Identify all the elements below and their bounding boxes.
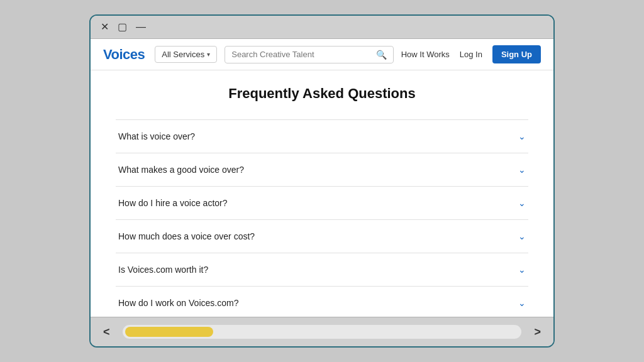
chevron-down-icon-5: ⌄	[518, 265, 526, 275]
faq-item-1[interactable]: What is voice over? ⌄	[116, 119, 528, 153]
chevron-down-icon: ▾	[207, 51, 210, 58]
navbar: Voices All Services ▾ 🔍 How It Works Log…	[91, 39, 553, 70]
faq-question-1: What is voice over?	[118, 131, 195, 141]
how-it-works-link[interactable]: How It Works	[401, 50, 450, 59]
faq-item-6[interactable]: How do I work on Voices.com? ⌄	[116, 286, 528, 317]
chevron-down-icon-2: ⌄	[518, 165, 526, 175]
chevron-down-icon-1: ⌄	[518, 131, 526, 141]
browser-window: ✕ ▢ — Voices All Services ▾ 🔍 How It Wor…	[89, 14, 555, 348]
all-services-button[interactable]: All Services ▾	[155, 46, 217, 63]
maximize-button[interactable]: ▢	[118, 22, 127, 32]
nav-links: How It Works Log In Sign Up	[401, 45, 541, 63]
prev-arrow[interactable]: <	[103, 326, 110, 339]
faq-item-4[interactable]: How much does a voice over cost? ⌄	[116, 219, 528, 253]
faq-list: What is voice over? ⌄ What makes a good …	[116, 119, 528, 317]
search-icon: 🔍	[376, 50, 387, 60]
chevron-down-icon-4: ⌄	[518, 231, 526, 241]
log-in-link[interactable]: Log In	[460, 50, 482, 59]
next-arrow[interactable]: >	[534, 326, 541, 339]
faq-question-5: Is Voices.com worth it?	[118, 265, 208, 275]
faq-item-3[interactable]: How do I hire a voice actor? ⌄	[116, 186, 528, 219]
faq-question-3: How do I hire a voice actor?	[118, 198, 228, 208]
bottom-bar: < >	[91, 317, 553, 346]
title-bar: ✕ ▢ —	[91, 16, 553, 39]
main-content: Frequently Asked Questions What is voice…	[91, 70, 553, 317]
faq-question-6: How do I work on Voices.com?	[118, 298, 238, 308]
chevron-down-icon-3: ⌄	[518, 198, 526, 208]
faq-question-2: What makes a good voice over?	[118, 165, 244, 175]
scrollbar-thumb[interactable]	[125, 327, 213, 337]
search-input[interactable]	[231, 50, 370, 59]
faq-question-4: How much does a voice over cost?	[118, 231, 255, 241]
faq-title: Frequently Asked Questions	[116, 85, 528, 102]
sign-up-button[interactable]: Sign Up	[492, 45, 541, 63]
scrollbar-track	[123, 325, 522, 339]
faq-item-5[interactable]: Is Voices.com worth it? ⌄	[116, 253, 528, 286]
faq-item-2[interactable]: What makes a good voice over? ⌄	[116, 153, 528, 186]
close-button[interactable]: ✕	[101, 22, 109, 32]
all-services-label: All Services	[162, 50, 204, 59]
logo: Voices	[103, 47, 145, 63]
chevron-down-icon-6: ⌄	[518, 298, 526, 308]
search-bar: 🔍	[225, 46, 393, 63]
minimize-button[interactable]: —	[136, 22, 146, 32]
